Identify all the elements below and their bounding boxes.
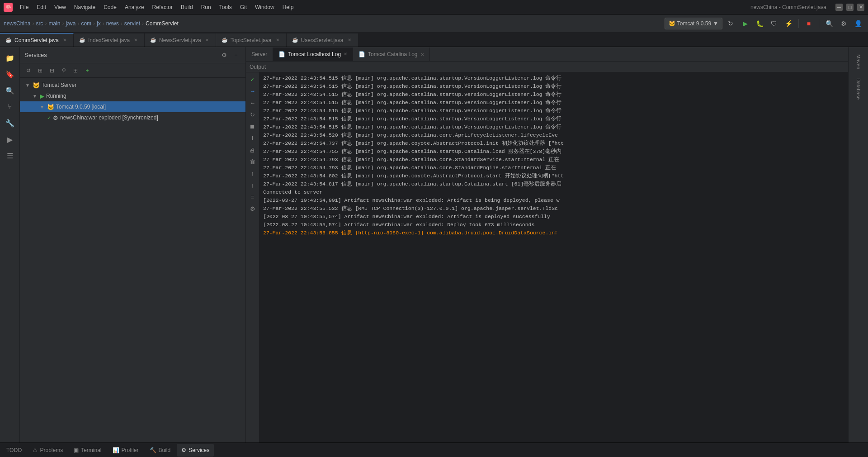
bottom-tab-profiler[interactable]: 📊 Profiler <box>108 444 143 457</box>
debug-button[interactable]: 🐛 <box>753 17 766 30</box>
coverage-button[interactable]: 🛡 <box>768 17 780 30</box>
breadcrumb-item-newschina[interactable]: newsChina <box>4 20 30 27</box>
log-line-19: 27-Mar-2022 22:43:56.855 信息 [http-nio-80… <box>263 229 844 237</box>
services-collapse-button[interactable]: ⊟ <box>47 66 57 76</box>
menu-item-view[interactable]: View <box>51 2 70 12</box>
database-label[interactable]: Database <box>854 75 863 103</box>
menu-item-window[interactable]: Window <box>251 2 278 12</box>
bottom-tab-build[interactable]: 🔨 Build <box>145 444 175 457</box>
bottom-tab-problems[interactable]: ⚠ Problems <box>28 444 67 457</box>
tab-close-icon[interactable]: ✕ <box>346 37 353 43</box>
log-tab-0[interactable]: Server <box>246 48 273 61</box>
log-filter-icon[interactable]: ≡ <box>248 192 258 202</box>
maven-label[interactable]: Maven <box>854 51 863 73</box>
log-print-icon[interactable]: 🖨 <box>248 145 258 155</box>
services-settings-icon[interactable]: ⚙ <box>219 50 229 60</box>
menu-item-run[interactable]: Run <box>198 2 215 12</box>
breadcrumb-sep: › <box>121 20 123 27</box>
services-filter-button[interactable]: ⚲ <box>59 66 69 76</box>
profile-button[interactable]: ⚡ <box>782 17 795 30</box>
breadcrumb-item-src[interactable]: src <box>36 20 43 27</box>
log-tab-2[interactable]: 📄 Tomcat Catalina Log ✕ <box>353 48 429 61</box>
menu-item-edit[interactable]: Edit <box>33 2 50 12</box>
menu-item-code[interactable]: Code <box>100 2 120 12</box>
run-button[interactable]: ▶ <box>739 17 751 30</box>
tree-item-1[interactable]: ▼▶ Running <box>20 90 245 101</box>
bottom-tab-terminal[interactable]: ▣ Terminal <box>69 444 106 457</box>
menu-item-help[interactable]: Help <box>279 2 297 12</box>
search-button[interactable]: 🔍 <box>823 17 835 30</box>
menu-item-analyze[interactable]: Analyze <box>121 2 148 12</box>
menu-item-git[interactable]: Git <box>236 2 250 12</box>
log-down-arrow-icon[interactable]: ↓ <box>248 180 258 190</box>
tab-label: TopicServlet.java <box>231 37 272 43</box>
editor-tab-3[interactable]: ☕TopicServlet.java✕ <box>216 33 287 47</box>
log-stop-icon[interactable]: ⏹ <box>248 121 258 131</box>
services-minimize-icon[interactable]: − <box>231 50 241 60</box>
log-up-arrow-icon[interactable]: ↑ <box>248 168 258 178</box>
services-sidebar-icon[interactable]: ☰ <box>3 148 17 163</box>
tools-icon[interactable]: 🔧 <box>3 116 17 130</box>
breadcrumb-item-commservlet[interactable]: CommServlet <box>146 20 179 27</box>
bottom-tab-services[interactable]: ⚙ Services <box>177 444 214 457</box>
vcs-icon[interactable]: ⑂ <box>3 100 17 114</box>
breadcrumb-item-main[interactable]: main <box>48 20 60 27</box>
log-reload-icon[interactable]: ↻ <box>248 109 258 119</box>
services-add-button[interactable]: + <box>82 66 92 76</box>
tree-item-2[interactable]: ▼🐱 Tomcat 9.0.59 [local] <box>20 101 245 112</box>
bottom-tab-todo[interactable]: TODO <box>2 444 26 457</box>
breadcrumb-item-servlet[interactable]: servlet <box>124 20 140 27</box>
run-config-chevron: ▼ <box>713 20 718 27</box>
log-check-icon[interactable]: ✓ <box>248 74 258 84</box>
log-tab-1[interactable]: 📄 Tomcat Localhost Log ✕ <box>273 48 353 61</box>
tree-item-3[interactable]: ✓⚙ newsChina:war exploded [Synchronized] <box>20 112 245 123</box>
log-tab-close-icon[interactable]: ✕ <box>420 52 424 57</box>
services-toolbar: ↺ ⊞ ⊟ ⚲ ⊞ + <box>20 63 245 78</box>
breadcrumb-item-java[interactable]: java <box>66 20 75 27</box>
services-rerun-button[interactable]: ↺ <box>24 66 33 76</box>
close-button[interactable]: ✕ <box>857 4 864 11</box>
bookmarks-icon[interactable]: 🔖 <box>3 67 17 81</box>
services-group-button[interactable]: ⊞ <box>71 66 80 76</box>
java-icon: ☕ <box>79 37 85 43</box>
stop-button[interactable]: ■ <box>802 17 815 30</box>
breadcrumb-sep: › <box>32 20 34 27</box>
tab-close-icon[interactable]: ✕ <box>61 37 68 43</box>
tab-close-icon[interactable]: ✕ <box>204 37 210 43</box>
menu-item-refactor[interactable]: Refactor <box>149 2 176 12</box>
menu-item-navigate[interactable]: Navigate <box>71 2 99 12</box>
services-expand-button[interactable]: ⊞ <box>35 66 45 76</box>
settings-button[interactable]: ⚙ <box>837 17 850 30</box>
log-arrow-right-icon[interactable]: → <box>248 86 258 96</box>
breadcrumb-item-jx[interactable]: jx <box>97 20 101 27</box>
editor-tab-2[interactable]: ☕NewsServlet.java✕ <box>145 33 216 47</box>
menu-item-tools[interactable]: Tools <box>216 2 236 12</box>
tab-close-icon[interactable]: ✕ <box>274 37 281 43</box>
project-icon[interactable]: 📁 <box>3 51 17 65</box>
run-config-selector[interactable]: 🐱 Tomcat 9.0.59 ▼ <box>665 18 722 29</box>
breadcrumb-item-news[interactable]: news <box>106 20 119 27</box>
log-tab-close-icon[interactable]: ✕ <box>344 52 347 57</box>
tree-item-0[interactable]: ▼🐱 Tomcat Server <box>20 80 245 90</box>
log-settings-icon[interactable]: ⚙ <box>248 204 258 214</box>
tab-close-icon[interactable]: ✕ <box>132 37 139 43</box>
breadcrumb-item-com[interactable]: com <box>81 20 91 27</box>
refresh-button[interactable]: ↻ <box>724 17 737 30</box>
bottom-tab-label-5: Services <box>189 447 209 453</box>
find-icon[interactable]: 🔍 <box>3 83 17 98</box>
editor-tab-1[interactable]: ☕IndexServlet.java✕ <box>74 33 145 47</box>
log-output[interactable]: 27-Mar-2022 22:43:54.515 信息 [main] org.a… <box>259 72 848 443</box>
log-scroll-down-icon[interactable]: ⤓ <box>248 133 258 143</box>
minimize-button[interactable]: ─ <box>835 4 843 11</box>
log-line-4: 27-Mar-2022 22:43:54.515 信息 [main] org.a… <box>263 107 844 115</box>
editor-tab-0[interactable]: ☕CommServlet.java✕ <box>0 33 74 47</box>
log-clear-icon[interactable]: 🗑 <box>248 157 258 167</box>
avatar-button[interactable]: 👤 <box>852 17 864 30</box>
editor-tab-4[interactable]: ☕UsersServlet.java✕ <box>287 33 359 47</box>
run-debug-icon[interactable]: ▶ <box>3 132 17 147</box>
menu-item-file[interactable]: File <box>16 2 32 12</box>
menu-item-build[interactable]: Build <box>177 2 197 12</box>
log-arrow-left-icon[interactable]: ← <box>248 98 258 108</box>
maximize-button[interactable]: □ <box>846 4 854 11</box>
services-tree: ▼🐱 Tomcat Server▼▶ Running▼🐱 Tomcat 9.0.… <box>20 78 245 443</box>
